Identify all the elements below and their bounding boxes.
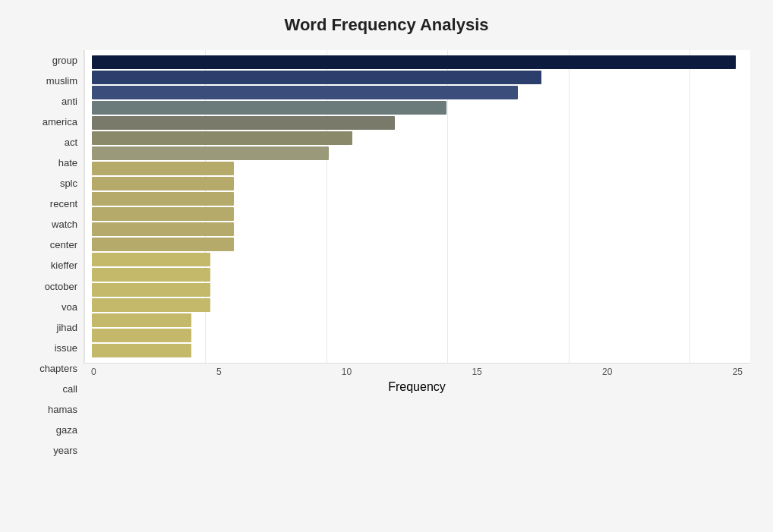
y-label: recent (23, 199, 77, 209)
bar (92, 253, 210, 266)
bar (92, 146, 329, 160)
bar-row (92, 222, 743, 237)
bar-row (92, 161, 743, 176)
bar (92, 329, 191, 342)
bar-row (92, 206, 743, 222)
x-tick: 15 (472, 367, 481, 377)
y-label: voa (23, 302, 77, 312)
y-label: center (23, 240, 77, 250)
grid-line (84, 50, 85, 363)
chart-area: groupmuslimantiamericaacthatesplcrecentw… (23, 50, 750, 461)
bar-row (92, 146, 743, 161)
bar-row (92, 85, 743, 100)
x-axis-ticks: 0510152025 (84, 364, 750, 377)
y-label: muslim (23, 76, 77, 86)
y-label: splc (23, 178, 77, 188)
bar-row (92, 282, 743, 297)
y-label: jihad (23, 323, 77, 332)
y-label: hamas (23, 405, 77, 414)
bar-row (92, 115, 743, 131)
bar (92, 177, 234, 190)
y-label: kieffer (23, 260, 77, 270)
bar-row (92, 267, 743, 282)
y-axis: groupmuslimantiamericaacthatesplcrecentw… (23, 50, 84, 461)
y-label: anti (23, 96, 77, 106)
bar (92, 116, 395, 130)
bar (92, 238, 234, 251)
bar (92, 71, 541, 84)
bar (92, 131, 352, 145)
bar-row (92, 55, 743, 70)
bar (92, 222, 234, 236)
bar (92, 55, 736, 69)
bar (92, 313, 191, 327)
x-tick: 0 (91, 367, 96, 377)
bar (92, 192, 234, 206)
bar-row (92, 237, 743, 252)
bar-row (92, 313, 743, 328)
bar-row (92, 176, 743, 191)
x-tick: 20 (602, 367, 612, 377)
y-label: years (23, 445, 77, 455)
bar (92, 101, 446, 115)
x-tick: 5 (216, 367, 222, 377)
chart-title: Word Frequency Analysis (23, 15, 750, 35)
y-label: watch (23, 219, 77, 229)
bar (92, 344, 191, 357)
bar-row (92, 131, 743, 146)
y-label: america (23, 117, 77, 127)
bar-row (92, 100, 743, 115)
bar (92, 207, 234, 221)
x-axis-label: Frequency (84, 380, 750, 394)
y-label: call (23, 384, 77, 394)
bar-row (92, 343, 743, 358)
y-label: gaza (23, 425, 77, 435)
bar-row (92, 191, 743, 206)
bar (92, 86, 518, 99)
y-label: group (23, 55, 77, 65)
plot-area (84, 50, 750, 364)
bar-row (92, 70, 743, 85)
x-tick: 25 (733, 367, 743, 377)
bar-row (92, 328, 743, 343)
chart-container: Word Frequency Analysis groupmuslimantia… (0, 0, 773, 532)
bar-row (92, 297, 743, 313)
y-label: october (23, 282, 77, 291)
bar-row (92, 252, 743, 267)
x-tick: 10 (342, 367, 352, 377)
bar (92, 162, 234, 175)
y-label: chapters (23, 364, 77, 373)
y-label: issue (23, 343, 77, 353)
y-label: act (23, 137, 77, 147)
bar (92, 298, 210, 312)
y-label: hate (23, 158, 77, 168)
bar (92, 268, 210, 282)
bar (92, 283, 210, 297)
